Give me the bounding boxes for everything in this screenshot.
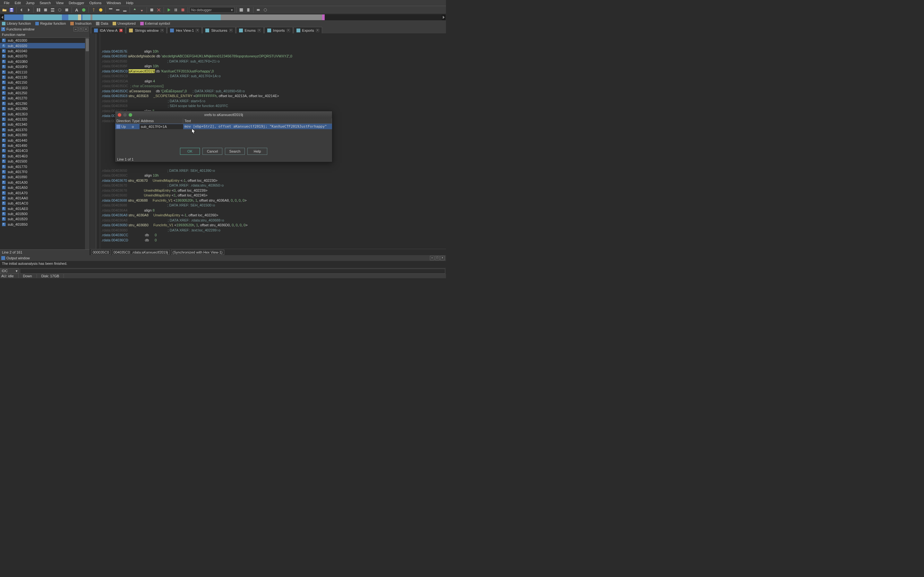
function-row[interactable]: sub_4010F0	[0, 64, 89, 69]
function-row[interactable]: sub_401070	[0, 53, 89, 59]
function-row[interactable]: sub_401490	[0, 143, 89, 148]
xref-row[interactable]: Up o sub_4017F0+1A mov [ebp+Str2], offse…	[115, 124, 332, 129]
function-row[interactable]: sub_401110	[0, 69, 89, 74]
help-button[interactable]: Help	[247, 148, 267, 155]
disasm-line[interactable]: .rdata:004036CC db 0	[102, 233, 446, 238]
navigation-band[interactable]	[0, 14, 446, 21]
menu-file[interactable]: File	[1, 0, 12, 5]
disasm-line[interactable]: .rdata:004035BF align 10h	[102, 64, 446, 69]
disasm-line[interactable]: .rdata:00403580 ; DATA XREF: sub_4017F0+…	[102, 59, 446, 64]
tab-strings-window[interactable]: Strings window×	[126, 27, 166, 33]
disasm-line[interactable]: .rdata:00403670 ; DATA XREF: .rdata:stru…	[102, 183, 446, 188]
function-row[interactable]: sub_4012B0	[0, 106, 89, 111]
disasm-line[interactable]: .rdata:00403580 aAbcdefghiabcde db 'abcd…	[102, 54, 446, 59]
col-text[interactable]: Text	[183, 118, 332, 123]
scrollbar[interactable]	[85, 38, 89, 250]
col-direction[interactable]: Direction	[115, 118, 131, 123]
function-row[interactable]: sub_4014C0	[0, 148, 89, 153]
tab-close-icon[interactable]: ×	[316, 29, 319, 32]
tab-close-icon[interactable]: ×	[287, 29, 290, 32]
panel-min-icon[interactable]: ‒	[73, 27, 78, 31]
open-icon[interactable]	[1, 7, 8, 13]
ok-button[interactable]: OK	[180, 148, 200, 155]
disasm-line[interactable]: .rdata:0040357E align 10h	[102, 49, 446, 54]
disasm-line[interactable]: .rdata:00403678 UnwindMapEntry <0, offse…	[102, 188, 446, 193]
disasm-line[interactable]: .rdata:004036CD db 0	[102, 238, 446, 243]
tab-enums[interactable]: Enums×	[236, 27, 264, 33]
tab-exports[interactable]: Exports×	[294, 27, 322, 33]
col-address[interactable]: Address	[140, 118, 183, 123]
forward-icon[interactable]	[25, 7, 32, 13]
disasm-line[interactable]: .rdata:00403680 UnwindMapEntry <1, offse…	[102, 193, 446, 198]
tool-icon[interactable]	[262, 7, 268, 13]
tool-icon[interactable]	[132, 7, 138, 13]
panel-close-icon[interactable]: ×	[84, 27, 88, 31]
function-row[interactable]: sub_4017F0	[0, 169, 89, 174]
disasm-line[interactable]: .rdata:004035DA align 4	[102, 79, 446, 84]
disasm-line[interactable]: .rdata:004035E8 ; SEH scope table for fu…	[102, 103, 446, 109]
tool-icon[interactable]	[269, 7, 276, 13]
function-row[interactable]: sub_401040	[0, 48, 89, 53]
function-row[interactable]: sub_4014E0	[0, 153, 89, 159]
back-icon[interactable]	[18, 7, 25, 13]
function-row[interactable]: sub_401890	[0, 174, 89, 179]
panel-close-icon[interactable]: ×	[440, 256, 445, 260]
function-row[interactable]: sub_401B00	[0, 211, 89, 216]
panel-min-icon[interactable]: ‒	[430, 256, 435, 260]
menu-debugger[interactable]: Debugger	[66, 0, 87, 5]
function-row[interactable]: sub_401020	[0, 43, 89, 48]
tab-close-icon[interactable]: ×	[229, 29, 233, 32]
function-row[interactable]: sub_401320	[0, 117, 89, 122]
tool-icon[interactable]	[121, 7, 128, 13]
function-row[interactable]: sub_401A70	[0, 190, 89, 195]
disasm-line[interactable]: .rdata:004036A4 align 8	[102, 208, 446, 213]
search-button[interactable]: Search	[225, 148, 245, 155]
function-row[interactable]: sub_401AA0	[0, 195, 89, 201]
tool-icon[interactable]	[255, 7, 262, 13]
tool-icon[interactable]	[90, 7, 97, 13]
pause-icon[interactable]	[173, 7, 179, 13]
disasm-line[interactable]: .rdata:004036B0 stru_4036B0 FuncInfo_V1 …	[102, 223, 446, 228]
disasm-line[interactable]	[102, 163, 446, 168]
function-row[interactable]: sub_401130	[0, 75, 89, 80]
menu-windows[interactable]: Windows	[104, 0, 124, 5]
disasm-line[interactable]: .rdata:004035E8 ; DATA XREF: start+5↑o	[102, 99, 446, 104]
tab-imports[interactable]: Imports×	[264, 27, 293, 33]
function-row[interactable]: sub_401250	[0, 90, 89, 95]
tool-icon[interactable]	[81, 7, 87, 13]
disasm-line[interactable]: .rdata:00403688 ; DATA XREF: SEH_401500↑…	[102, 203, 446, 208]
tab-close-icon[interactable]: ×	[196, 29, 199, 32]
debugger-combo[interactable]: No debugger▾	[190, 7, 234, 13]
tab-close-icon[interactable]: ×	[258, 29, 261, 32]
col-type[interactable]: Type	[131, 118, 140, 123]
text-icon[interactable]: A	[73, 7, 80, 13]
function-row[interactable]: sub_401150	[0, 80, 89, 85]
disasm-line[interactable]: .rdata:004036A8 stru_4036A8 UnwindMapEnt…	[102, 213, 446, 218]
menu-help[interactable]: Help	[124, 0, 136, 5]
function-row[interactable]: sub_4011E0	[0, 85, 89, 90]
tab-structures[interactable]: Structures×	[202, 27, 235, 33]
panel-max-icon[interactable]: □	[435, 256, 439, 260]
function-row[interactable]: sub_401270	[0, 95, 89, 101]
function-row[interactable]: sub_401370	[0, 127, 89, 132]
disasm-line[interactable]: .rdata:004035DC aCeeaeepass db 'ÇëÊäÈëpa…	[102, 89, 446, 94]
tool-icon[interactable]	[245, 7, 252, 13]
tool-icon[interactable]	[63, 7, 70, 13]
function-row[interactable]: sub_401B20	[0, 216, 89, 221]
cancel-button[interactable]: Cancel	[202, 148, 222, 155]
menu-view[interactable]: View	[53, 0, 66, 5]
menu-edit[interactable]: Edit	[12, 0, 23, 5]
tool-icon[interactable]	[35, 7, 42, 13]
disasm-line[interactable]: .rdata:0040366C align 10h	[102, 173, 446, 178]
tool-icon[interactable]	[57, 7, 63, 13]
tab-close-icon[interactable]: ×	[160, 29, 164, 32]
menu-search[interactable]: Search	[37, 0, 53, 5]
tool-icon[interactable]	[238, 7, 244, 13]
tab-close-icon[interactable]: ×	[120, 29, 123, 32]
disasm-line[interactable]: .rdata:004035C0 ; DATA XREF: sub_4017F0+…	[102, 74, 446, 79]
idc-input[interactable]	[20, 269, 445, 274]
tool-icon[interactable]	[42, 7, 49, 13]
save-icon[interactable]	[8, 7, 15, 13]
functions-column-header[interactable]: Function name	[0, 32, 89, 38]
disasm-line[interactable]: .rdata:004036A8 ; DATA XREF: .rdata:stru…	[102, 218, 446, 223]
